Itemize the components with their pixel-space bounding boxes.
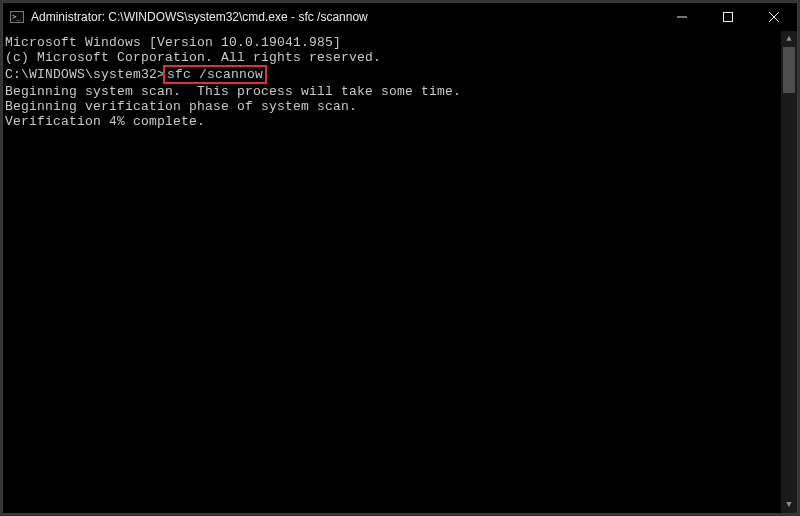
close-button[interactable] bbox=[751, 3, 797, 31]
output-line: (c) Microsoft Corporation. All rights re… bbox=[5, 50, 781, 65]
terminal-output[interactable]: Microsoft Windows [Version 10.0.19041.98… bbox=[3, 31, 781, 513]
output-line: Verification 4% complete. bbox=[5, 114, 781, 129]
client-area: Microsoft Windows [Version 10.0.19041.98… bbox=[3, 31, 797, 513]
scrollbar-thumb[interactable] bbox=[783, 47, 795, 93]
maximize-button[interactable] bbox=[705, 3, 751, 31]
svg-text:>_: >_ bbox=[12, 13, 21, 21]
minimize-button[interactable] bbox=[659, 3, 705, 31]
titlebar[interactable]: >_ Administrator: C:\WINDOWS\system32\cm… bbox=[3, 3, 797, 31]
prompt-line: C:\WINDOWS\system32>sfc /scannow bbox=[5, 65, 781, 84]
output-line: Beginning system scan. This process will… bbox=[5, 84, 781, 99]
titlebar-left: >_ Administrator: C:\WINDOWS\system32\cm… bbox=[3, 9, 659, 25]
vertical-scrollbar[interactable]: ▲ ▼ bbox=[781, 31, 797, 513]
svg-rect-3 bbox=[724, 13, 733, 22]
window-controls bbox=[659, 3, 797, 31]
command-highlight: sfc /scannow bbox=[163, 65, 267, 84]
prompt-text: C:\WINDOWS\system32> bbox=[5, 67, 165, 82]
window-title: Administrator: C:\WINDOWS\system32\cmd.e… bbox=[31, 10, 368, 24]
output-line: Beginning verification phase of system s… bbox=[5, 99, 781, 114]
cmd-icon: >_ bbox=[9, 9, 25, 25]
output-line: Microsoft Windows [Version 10.0.19041.98… bbox=[5, 35, 781, 50]
cmd-window: >_ Administrator: C:\WINDOWS\system32\cm… bbox=[2, 2, 798, 514]
scroll-down-icon[interactable]: ▼ bbox=[781, 497, 797, 513]
command-text: sfc /scannow bbox=[167, 67, 263, 82]
scroll-up-icon[interactable]: ▲ bbox=[781, 31, 797, 47]
